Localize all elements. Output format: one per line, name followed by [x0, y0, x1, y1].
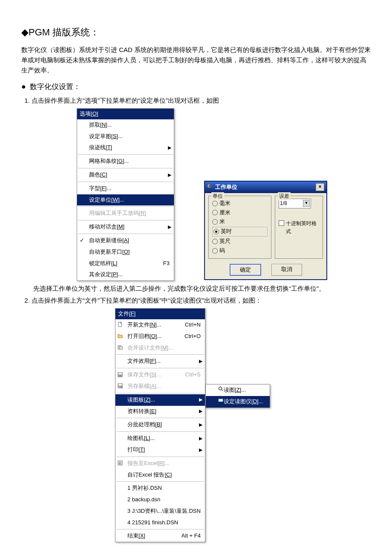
unit-label: 英尺: [219, 237, 231, 246]
unit-radio[interactable]: 米: [212, 217, 268, 226]
menu-item: 合并设计文件[M]...: [115, 342, 205, 354]
svg-rect-7: [119, 375, 121, 376]
menu-item-label: 颜色[C]: [89, 171, 107, 179]
menu-item-label: 资料转换[E]: [127, 407, 156, 416]
svg-rect-4: [119, 346, 122, 350]
menu-item[interactable]: 自订Excel 报告[C]: [115, 469, 205, 481]
unit-label: 米: [219, 217, 225, 226]
merge-icon: [117, 344, 124, 351]
menu-item-label: 读图板[Z]...: [127, 396, 155, 405]
menu-shortcut: Ctrl+N: [185, 321, 201, 330]
work-unit-dialog: 工作单位 × 单位 毫米厘米米英吋英尺码 误差 1/8 ▼ 十进制英吋格式: [204, 181, 327, 280]
file-menu: 文件[F] 开新文件[N]...Ctrl+N打开旧档[O]...Ctrl+O合并…: [115, 308, 205, 542]
menu-item[interactable]: 分批处理档[B]▶: [115, 419, 205, 431]
unit-radio[interactable]: 码: [212, 246, 268, 255]
menu-item-label: 报告至Excel[R]...: [127, 459, 169, 468]
menu-item[interactable]: 其余设定[P]...: [77, 269, 174, 280]
dialog-titlebar: 工作单位 ×: [205, 182, 326, 193]
decimal-inch-checkbox[interactable]: 十进制英吋格式: [279, 220, 319, 236]
menu-item[interactable]: 读图板[Z]...▶: [115, 394, 205, 406]
read-icon: [218, 386, 224, 395]
menu-item-label: 打开旧档[O]...: [127, 332, 161, 341]
svg-rect-2: [118, 322, 122, 327]
menu-item: 用编辑工具手工放码[R]: [77, 208, 174, 219]
menu-item-label: 其余设定[P]...: [89, 270, 123, 279]
menu-item[interactable]: 1 男衬衫.DSN: [115, 483, 205, 494]
svg-point-12: [219, 387, 222, 390]
menu-item[interactable]: 3 J:\3D资料\...\童装\童装.DSN: [115, 506, 205, 517]
menu-item[interactable]: 移动对话盒[M]▶: [77, 221, 174, 233]
menu-item[interactable]: 打开旧档[O]...Ctrl+O: [115, 331, 205, 342]
digitizer-submenu: 读图[Z]...设定读图仪[D]...: [205, 384, 270, 408]
menu-item[interactable]: 2 backup.dsn: [115, 494, 205, 506]
menu-item-label: 自动更新牙口[O]: [89, 248, 130, 257]
unit-group-label: 单位: [211, 192, 224, 200]
menu-item[interactable]: 痕迹线[T]▶: [77, 142, 174, 153]
dialog-title: 工作单位: [215, 183, 237, 192]
save-icon: [117, 372, 124, 379]
intro-paragraph: 数字化仪（读图板）系统对于引进 CAD 系统的初期使用得较平凡，它是将已有的母板…: [21, 45, 371, 75]
radio-icon: [212, 239, 218, 244]
unit-radio[interactable]: 英吋: [212, 227, 268, 237]
menu-item[interactable]: 绘图机[L]...▶: [115, 433, 205, 444]
new-icon: [117, 321, 124, 328]
options-menu-title[interactable]: 选项[O]: [77, 109, 174, 119]
menu-item-label: 设定草图[S]...: [89, 132, 123, 141]
unit-label: 英吋: [221, 227, 232, 236]
menu-item[interactable]: 设定单位[W]...: [77, 194, 174, 206]
menu-item[interactable]: 字型[F]...: [77, 183, 174, 194]
check-icon: ✓: [80, 236, 84, 245]
radio-icon: [212, 219, 218, 225]
unit-label: 厘米: [219, 208, 231, 217]
menu-item[interactable]: 抓取[N]...: [77, 119, 174, 131]
menu-item[interactable]: 4 215291 finish.DSN: [115, 517, 205, 529]
menu-item-label: 设定单位[W]...: [89, 196, 124, 205]
menu-item-label: 自订Excel 报告[C]: [127, 471, 172, 480]
step2-text: 点击操作界面上方“文件”下拉菜单栏的“读图板”中“设定读图仪”出现对话框，如图：: [32, 297, 262, 304]
menu-item[interactable]: 文件效用[F]...▶: [115, 356, 205, 367]
menu-item[interactable]: 设定草图[S]...: [77, 131, 174, 142]
step1-note: 先选择工作单位为英寸，然后进入第二步操作，完成数字化仪设定后可按工作要求任意切换…: [33, 283, 371, 294]
radio-icon: [212, 201, 218, 206]
menu-item[interactable]: 资料转换[E]▶: [115, 406, 205, 417]
error-group-label: 误差: [278, 192, 291, 200]
menu-item[interactable]: 打印[T]▶: [115, 444, 205, 456]
open-icon: [117, 333, 124, 340]
chevron-down-icon[interactable]: ▼: [303, 200, 310, 207]
menu-item-label: 移动对话盒[M]: [89, 223, 124, 231]
menu-item[interactable]: 读图[Z]...: [206, 384, 270, 396]
menu-item[interactable]: 设定读图仪[D]...: [206, 396, 270, 408]
ok-button[interactable]: 确定: [230, 264, 261, 276]
menu-item-label: 痕迹线[T]: [89, 143, 112, 152]
menu-item[interactable]: 开新文件[N]...Ctrl+N: [115, 319, 205, 331]
menu-item-label: 合并设计文件[M]...: [127, 344, 173, 353]
menu-item-label: 设定读图仪[D]...: [224, 397, 263, 406]
menu-item[interactable]: 网格和条纹[G]...: [77, 156, 174, 167]
menu-item-label: 4 215291 finish.DSN: [127, 518, 178, 527]
subheading-text: 数字化仪设置：: [30, 83, 81, 91]
submenu-arrow-icon: ▶: [168, 171, 171, 179]
submenu-arrow-icon: ▶: [168, 223, 171, 231]
menu-item[interactable]: ✓自动更新缝份[A]: [77, 235, 174, 246]
menu-item: 保存文件[S]...Ctrl+S: [115, 369, 205, 381]
radio-icon: [212, 210, 218, 215]
submenu-arrow-icon: ▶: [199, 408, 202, 415]
menu-item-label: 开新文件[N]...: [127, 321, 161, 330]
menu-item[interactable]: 颜色[C]▶: [77, 169, 174, 181]
menu-item-label: 网格和条纹[G]...: [89, 157, 129, 166]
file-menu-title[interactable]: 文件[F]: [115, 309, 205, 319]
menu-item-label: 1 男衬衫.DSN: [127, 484, 162, 493]
menu-item-label: 自动更新缝份[A]: [89, 236, 129, 245]
submenu-arrow-icon: ▶: [199, 396, 202, 404]
unit-radio[interactable]: 英尺: [212, 237, 268, 246]
step1: 点击操作界面上方“选项”下拉菜单栏的“设定单位”出现对话框，如图: [32, 95, 371, 106]
svg-rect-9: [119, 384, 122, 386]
menu-item[interactable]: 锁定纸样[L]F3: [77, 258, 174, 269]
close-icon[interactable]: ×: [316, 183, 324, 191]
cancel-button[interactable]: 取消: [271, 264, 302, 276]
menu-item-label: 另存新檔[A]...: [127, 382, 161, 391]
unit-radio[interactable]: 厘米: [212, 208, 268, 217]
menu-shortcut: Ctrl+O: [184, 332, 201, 341]
menu-item[interactable]: 结束[X]Alt + F4: [115, 530, 205, 542]
menu-item[interactable]: 自动更新牙口[O]: [77, 246, 174, 258]
